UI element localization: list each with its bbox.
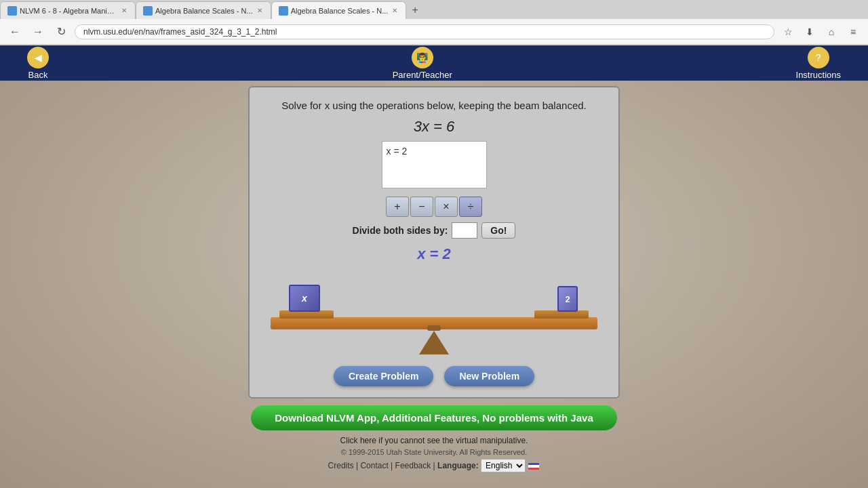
main-content: Solve for x using the operations below, … xyxy=(0,81,868,478)
address-bar-row: ← → ↻ ☆ ⬇ ⌂ ≡ xyxy=(0,19,868,45)
back-nav-button[interactable]: ◀ Back xyxy=(27,47,49,80)
new-tab-button[interactable]: + xyxy=(406,1,423,19)
bottom-buttons: Create Problem New Problem xyxy=(260,366,608,386)
language-select[interactable]: English xyxy=(481,459,526,472)
menu-icon[interactable]: ≡ xyxy=(844,22,863,41)
toolbar-icons: ☆ ⬇ ⌂ ≡ xyxy=(778,22,863,41)
flag-icon xyxy=(528,462,540,470)
contact-link[interactable]: Contact xyxy=(360,461,388,470)
instructions-label: Instructions xyxy=(796,70,841,80)
tab-1-close[interactable]: ✕ xyxy=(120,7,128,14)
bookmark-icon[interactable]: ☆ xyxy=(778,22,797,41)
tab-1-favicon xyxy=(7,6,17,16)
tab-2[interactable]: Algebra Balance Scales - N... ✕ xyxy=(136,1,271,19)
footer-area: Click here if you cannot see the virtual… xyxy=(328,436,540,472)
divide-row: Divide both sides by: Go! xyxy=(260,222,608,239)
tab-3-close[interactable]: ✕ xyxy=(391,7,399,14)
app-frame: Solve for x using the operations below, … xyxy=(248,86,620,399)
tab-2-favicon xyxy=(143,6,153,16)
fulcrum-top xyxy=(427,325,441,331)
browser-chrome: NLVM 6 - 8 - Algebra Manip... ✕ Algebra … xyxy=(0,0,868,45)
scale-container: x 2 xyxy=(260,270,608,358)
divide-operation-button[interactable]: ÷ xyxy=(459,197,482,217)
tab-3-favicon xyxy=(279,6,288,16)
language-label: Language: xyxy=(437,461,479,470)
back-button[interactable]: ← xyxy=(5,22,24,41)
number-block: 2 xyxy=(557,286,578,312)
app-navbar: ◀ Back 👨‍🏫 Parent/Teacher ? Instructions xyxy=(0,45,868,81)
footer-links: Credits | Contact | Feedback | Language:… xyxy=(328,459,540,472)
fulcrum-base xyxy=(419,331,449,354)
address-input[interactable] xyxy=(75,24,774,39)
go-button[interactable]: Go! xyxy=(481,222,515,239)
multiply-operation-button[interactable]: × xyxy=(435,197,458,217)
instructions-icon: ? xyxy=(808,47,829,68)
divide-label: Divide both sides by: xyxy=(353,225,448,236)
tab-3[interactable]: Algebra Balance Scales - N... ✕ xyxy=(271,1,407,19)
tab-bar: NLVM 6 - 8 - Algebra Manip... ✕ Algebra … xyxy=(0,0,868,19)
parent-teacher-icon: 👨‍🏫 xyxy=(412,47,433,68)
tab-1-label: NLVM 6 - 8 - Algebra Manip... xyxy=(20,7,117,15)
steps-content: x = 2 xyxy=(387,146,408,157)
download-icon[interactable]: ⬇ xyxy=(800,22,819,41)
divide-input[interactable] xyxy=(452,222,477,239)
download-bar[interactable]: Download NLVM App, Additional Features, … xyxy=(251,405,617,430)
credits-link[interactable]: Credits xyxy=(328,461,354,470)
create-problem-button[interactable]: Create Problem xyxy=(334,366,433,386)
feedback-link[interactable]: Feedback xyxy=(395,461,431,470)
forward-button[interactable]: → xyxy=(28,22,47,41)
tab-2-close[interactable]: ✕ xyxy=(256,7,264,14)
new-problem-button[interactable]: New Problem xyxy=(444,366,534,386)
number-block-label: 2 xyxy=(565,294,570,304)
operations-row: + − × ÷ xyxy=(260,197,608,217)
refresh-button[interactable]: ↻ xyxy=(52,22,71,41)
parent-teacher-button[interactable]: 👨‍🏫 Parent/Teacher xyxy=(393,47,452,80)
tab-2-label: Algebra Balance Scales - N... xyxy=(155,7,253,15)
back-nav-icon: ◀ xyxy=(27,47,49,68)
x-block-label: x xyxy=(302,293,307,304)
x-block: x xyxy=(289,285,320,312)
footer-click-text[interactable]: Click here if you cannot see the virtual… xyxy=(328,436,540,445)
steps-box: x = 2 xyxy=(382,141,487,188)
equation-display: 3x = 6 xyxy=(260,118,608,136)
subtract-operation-button[interactable]: − xyxy=(410,197,433,217)
home-icon[interactable]: ⌂ xyxy=(822,22,841,41)
instruction-text: Solve for x using the operations below, … xyxy=(260,98,608,113)
parent-teacher-label: Parent/Teacher xyxy=(393,70,452,80)
tab-3-label: Algebra Balance Scales - N... xyxy=(291,7,389,15)
back-nav-label: Back xyxy=(28,70,48,80)
add-operation-button[interactable]: + xyxy=(386,197,409,217)
instructions-button[interactable]: ? Instructions xyxy=(796,47,841,80)
footer-copyright: © 1999-2015 Utah State University. All R… xyxy=(328,448,540,456)
tab-1[interactable]: NLVM 6 - 8 - Algebra Manip... ✕ xyxy=(0,1,136,19)
answer-display: x = 2 xyxy=(260,245,608,263)
